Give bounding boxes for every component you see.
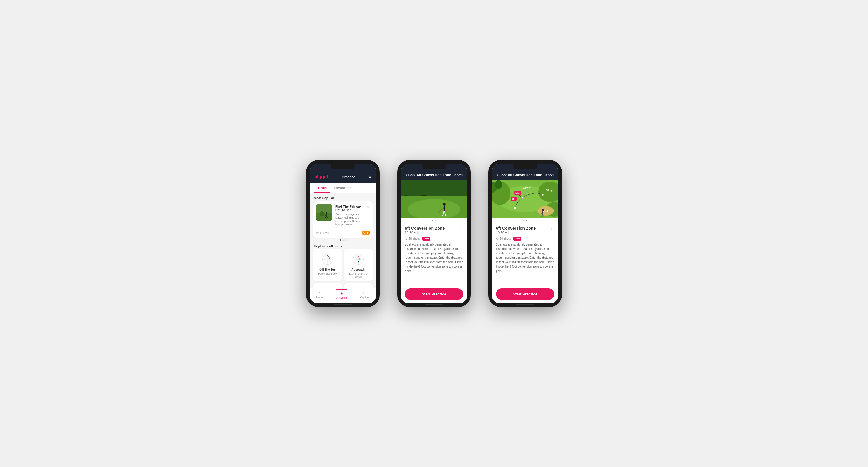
card-shots: ⏱ 10 shots xyxy=(316,231,330,234)
phone-1-notch xyxy=(331,164,355,169)
phones-container: clippd Practice ≡ Drills Favourites Most… xyxy=(306,160,562,307)
card-drill-title: Find The Fairway xyxy=(335,204,364,208)
start-practice-button-2[interactable]: Start Practice xyxy=(405,289,463,300)
ott-name: Off The Tee xyxy=(319,268,335,271)
clippd-logo: clippd xyxy=(314,174,328,179)
capture-icon: ⊕ xyxy=(363,291,367,295)
back-button-2[interactable]: < Back xyxy=(405,173,415,177)
dot-3 xyxy=(345,239,346,241)
golf-thumb-svg xyxy=(316,204,332,221)
skill-card-putting[interactable]: Putting Make and lag practice xyxy=(344,283,373,288)
skill-card-atg[interactable]: Around The Green Hone your short game xyxy=(313,283,342,288)
hamburger-icon[interactable]: ≡ xyxy=(369,174,371,179)
phone-3-screen: < Back 6ft Conversion Zone Cancel xyxy=(492,164,558,303)
svg-point-68 xyxy=(495,180,502,189)
ott-icon-area xyxy=(320,252,335,267)
phone1-header-title: Practice xyxy=(342,175,355,179)
dot-1 xyxy=(340,239,341,241)
detail-description-2: 20 shots are randomly generated at dista… xyxy=(405,242,463,286)
detail-title-3: 6ft Conversion Zone 10-50 yds xyxy=(496,226,536,234)
approach-icon-area xyxy=(351,252,366,267)
detail-description-3: 20 shots are randomly generated at dista… xyxy=(496,242,554,286)
svg-point-3 xyxy=(326,212,327,213)
phone-2-screen: < Back 6ft Conversion Zone Cancel xyxy=(401,164,467,303)
phone-2: < Back 6ft Conversion Zone Cancel xyxy=(397,160,471,307)
tab-drills[interactable]: Drills xyxy=(314,183,330,193)
phone-3-home-bar xyxy=(516,304,534,305)
card-drill-desc: Create an imaginary fairway using trees … xyxy=(335,213,364,227)
svg-point-82 xyxy=(521,197,523,199)
drill-header-title-3: 6ft Conversion Zone xyxy=(508,173,542,177)
skill-grid: Off The Tee Power accuracy xyxy=(310,249,376,288)
phone-3: < Back 6ft Conversion Zone Cancel xyxy=(488,160,562,307)
skill-card-ott[interactable]: Off The Tee Power accuracy xyxy=(313,249,342,281)
cancel-button-2[interactable]: Cancel xyxy=(453,173,463,177)
photo-trees xyxy=(401,180,467,195)
approach-name: Approach xyxy=(351,268,365,271)
detail-meta-3: ⏱ 20 shots ARG xyxy=(496,237,554,240)
ott-desc: Power accuracy xyxy=(318,272,337,275)
explore-skill-title: Explore skill areas xyxy=(310,243,376,249)
home-icon: ⌂ xyxy=(318,291,321,295)
svg-point-2 xyxy=(320,211,324,216)
card-info: Find The Fairway Off The Tee Create an i… xyxy=(335,204,364,227)
nav-home-label: Home xyxy=(316,296,323,299)
activities-icon: ✦ xyxy=(340,291,343,296)
dot-row-2 xyxy=(401,218,467,222)
svg-point-83 xyxy=(542,194,544,196)
ott-icon xyxy=(321,253,334,266)
svg-point-22 xyxy=(358,261,359,263)
card-footer: ⏱ 10 shots OTT xyxy=(316,229,370,235)
nav-capture[interactable]: ⊕ Capture xyxy=(360,291,370,299)
detail-shots-2: ⏱ 20 shots xyxy=(405,237,420,240)
phone-3-notch xyxy=(513,164,537,169)
drill-detail-content-2: 6ft Conversion Zone 10-50 yds ☆ ⏱ 20 sho… xyxy=(401,222,467,303)
most-popular-card[interactable]: Find The Fairway Off The Tee Create an i… xyxy=(313,201,373,238)
phone-2-notch xyxy=(422,164,446,169)
card-drill-subtitle: Off The Tee xyxy=(335,208,364,212)
phone-1-screen: clippd Practice ≡ Drills Favourites Most… xyxy=(310,164,376,303)
dot-row-3 xyxy=(492,218,558,222)
detail-range-2: 10-50 yds xyxy=(405,231,444,234)
tabs-row: Drills Favourites xyxy=(310,183,376,193)
back-button-3[interactable]: < Back xyxy=(497,173,506,177)
favourite-icon[interactable]: ☆ xyxy=(366,204,370,227)
start-practice-button-3[interactable]: Start Practice xyxy=(496,289,554,300)
golf-map-3: Miss Hit FAIRWAY ROUGH SAND xyxy=(492,180,558,218)
phone-2-home-bar xyxy=(425,304,443,305)
detail-title-row-2: 6ft Conversion Zone 10-50 yds ☆ xyxy=(405,226,463,234)
phone1-navbar: ⌂ Home ✦ Activities ⊕ Capture xyxy=(310,288,376,303)
favourite-icon-2[interactable]: ☆ xyxy=(459,226,463,231)
dot-indicators xyxy=(310,238,376,243)
badge-ott: OTT xyxy=(362,231,370,235)
favourite-icon-3[interactable]: ☆ xyxy=(550,226,554,231)
drill-header-title-2: 6ft Conversion Zone xyxy=(417,173,451,177)
dot-3-2 xyxy=(526,220,527,221)
badge-arg-2: ARG xyxy=(422,237,431,240)
dot-2-2 xyxy=(435,220,436,221)
golf-map-svg: Miss Hit FAIRWAY ROUGH SAND xyxy=(492,180,558,218)
dot-3-1 xyxy=(523,220,525,221)
drill-detail-content-3: 6ft Conversion Zone 10-50 yds ☆ ⏱ 20 sho… xyxy=(492,222,558,303)
nav-capture-label: Capture xyxy=(360,296,370,299)
golf-photo-2 xyxy=(401,180,467,218)
tab-favourites[interactable]: Favourites xyxy=(330,183,355,193)
cancel-button-3[interactable]: Cancel xyxy=(544,173,554,177)
svg-point-76 xyxy=(541,209,544,211)
nav-activities[interactable]: ✦ Activities xyxy=(336,289,347,299)
skill-card-approach[interactable]: Approach Dial-in to hit the green xyxy=(344,249,373,281)
svg-point-81 xyxy=(514,207,516,209)
svg-text:Hit: Hit xyxy=(512,198,515,200)
nav-home[interactable]: ⌂ Home xyxy=(316,291,323,299)
detail-shots-3: ⏱ 20 shots xyxy=(496,237,511,240)
dot-2 xyxy=(342,239,344,241)
badge-arg-3: ARG xyxy=(513,237,522,240)
detail-meta-2: ⏱ 20 shots ARG xyxy=(405,237,463,240)
svg-point-15 xyxy=(329,257,330,259)
detail-title-2: 6ft Conversion Zone 10-50 yds xyxy=(405,226,444,234)
detail-title-row-3: 6ft Conversion Zone 10-50 yds ☆ xyxy=(496,226,554,234)
detail-range-3: 10-50 yds xyxy=(496,231,536,234)
approach-icon xyxy=(352,253,365,266)
approach-desc: Dial-in to hit the green xyxy=(346,272,370,278)
phone-1: clippd Practice ≡ Drills Favourites Most… xyxy=(306,160,380,307)
